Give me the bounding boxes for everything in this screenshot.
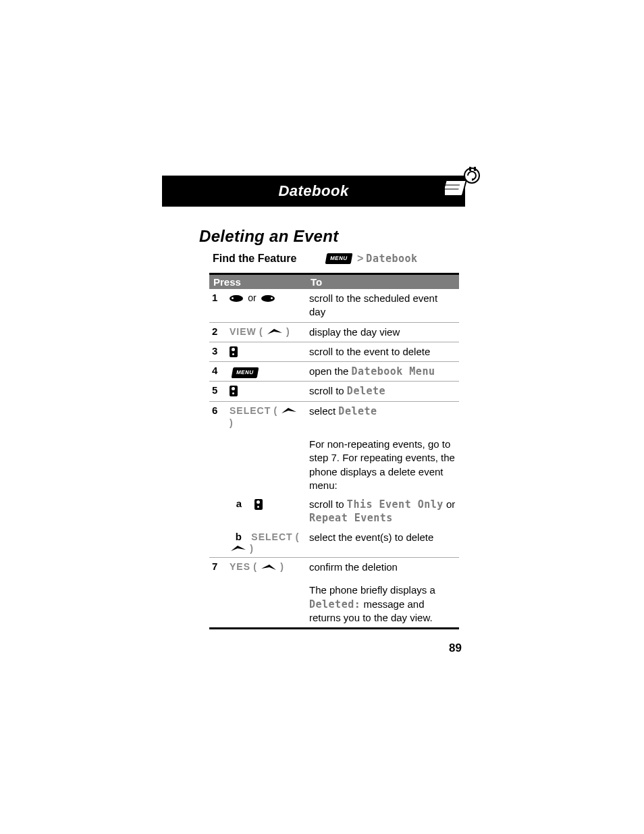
to-cell: scroll to the scheduled event day xyxy=(306,289,459,322)
to-cell: open the Datebook Menu xyxy=(306,362,459,382)
svg-rect-0 xyxy=(445,180,466,196)
page-number: 89 xyxy=(449,642,462,655)
to-cell: confirm the deletion xyxy=(306,558,459,577)
section-title: Deleting an Event xyxy=(199,227,465,246)
datebook-icon xyxy=(445,165,485,209)
to-cell: select the event(s) to delete xyxy=(306,528,459,558)
page-header-title: Datebook xyxy=(278,182,348,200)
press-cell: SELECT ( ) xyxy=(227,401,306,431)
page-header: Datebook xyxy=(162,176,465,207)
svg-rect-7 xyxy=(474,167,476,171)
table-row: a scroll to This Event Only or Repeat Ev… xyxy=(209,495,459,528)
note-cell: For non-repeating events, go to step 7. … xyxy=(306,431,459,495)
table-row: 3 scroll to the event to delete xyxy=(209,342,459,361)
right-oval-key-icon xyxy=(261,295,275,302)
table-row: For non-repeating events, go to step 7. … xyxy=(209,431,459,495)
step-number: 7 xyxy=(209,558,227,577)
step-number: 5 xyxy=(209,382,227,401)
soft-arrow-right-icon xyxy=(230,543,247,554)
svg-rect-6 xyxy=(469,167,471,171)
steps-table: Press To 1 or scroll to the scheduled ev… xyxy=(209,273,459,629)
table-row: 1 or scroll to the scheduled event day xyxy=(209,289,459,322)
press-cell: a xyxy=(227,495,306,528)
step-number: 6 xyxy=(209,401,227,431)
to-cell: select Delete xyxy=(306,401,459,431)
step-number: 1 xyxy=(209,289,227,322)
table-row: 7 YES ( ) confirm the deletion xyxy=(209,558,459,577)
table-row: 4 MENU open the Datebook Menu xyxy=(209,362,459,382)
left-oval-key-icon xyxy=(230,295,243,302)
softkey-label: SELECT xyxy=(230,405,271,416)
to-cell: display the day view xyxy=(306,322,459,342)
substep-letter: b xyxy=(230,531,246,542)
table-row: 2 VIEW ( ) display the day view xyxy=(209,322,459,342)
scroll-key-icon xyxy=(254,499,263,510)
table-row: 5 scroll to Delete xyxy=(209,382,459,401)
step-number: 4 xyxy=(209,362,227,382)
softkey-label: YES xyxy=(230,561,250,572)
col-head-press: Press xyxy=(209,274,306,290)
press-cell: b SELECT ( ) xyxy=(227,528,306,558)
table-row: b SELECT ( ) select the event(s) to dele… xyxy=(209,528,459,558)
find-feature-target: Datebook xyxy=(366,253,417,265)
press-cell xyxy=(227,342,306,361)
find-feature-row: Find the Feature MENU > Datebook xyxy=(213,253,465,265)
to-cell: scroll to Delete xyxy=(306,382,459,401)
breadcrumb-separator: > xyxy=(357,253,363,265)
press-cell: or xyxy=(227,289,306,322)
step-number: 2 xyxy=(209,322,227,342)
softkey-label: SELECT xyxy=(251,531,292,542)
soft-arrow-right-icon xyxy=(280,405,298,417)
menu-key-icon: MENU xyxy=(232,367,259,378)
or-text: or xyxy=(248,292,256,303)
col-head-to: To xyxy=(306,274,459,290)
soft-arrow-right-icon xyxy=(266,326,284,338)
soft-arrow-left-icon xyxy=(260,562,277,573)
press-cell: MENU xyxy=(227,362,306,382)
note-cell: The phone briefly displays a Deleted: me… xyxy=(306,577,459,628)
to-cell: scroll to the event to delete xyxy=(306,342,459,361)
softkey-label: VIEW xyxy=(230,326,257,337)
to-cell: scroll to This Event Only or Repeat Even… xyxy=(306,495,459,528)
scroll-key-icon xyxy=(230,386,238,396)
find-feature-label: Find the Feature xyxy=(213,253,296,265)
menu-key-icon: MENU xyxy=(325,253,352,264)
press-cell xyxy=(227,382,306,401)
table-row: The phone briefly displays a Deleted: me… xyxy=(209,577,459,628)
substep-letter: a xyxy=(230,498,246,509)
table-row: 6 SELECT ( ) select Delete xyxy=(209,401,459,431)
step-number: 3 xyxy=(209,342,227,361)
scroll-key-icon xyxy=(230,346,238,357)
press-cell: YES ( ) xyxy=(227,558,306,577)
press-cell: VIEW ( ) xyxy=(227,322,306,342)
